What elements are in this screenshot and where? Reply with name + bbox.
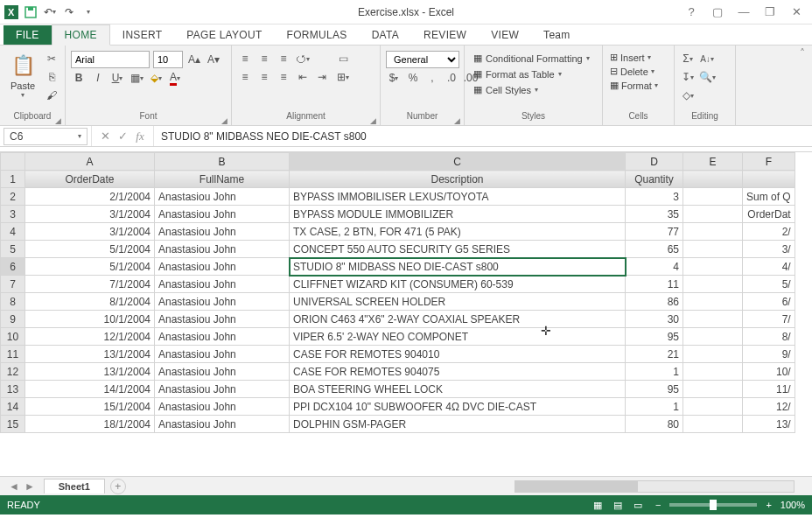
save-icon[interactable] <box>23 4 38 20</box>
tab-file[interactable]: FILE <box>4 25 52 45</box>
cell[interactable] <box>683 258 743 276</box>
cell[interactable]: Anastasiou John <box>155 328 290 346</box>
sheet-nav-next-icon[interactable]: ► <box>24 480 35 493</box>
page-break-view-icon[interactable]: ▭ <box>629 500 647 511</box>
cell[interactable]: 30 <box>626 311 683 328</box>
row-header-11[interactable]: 11 <box>1 346 25 363</box>
tab-data[interactable]: DATA <box>360 25 411 45</box>
cell[interactable]: CASE FOR REMOTES 904010 <box>290 346 626 363</box>
paste-button[interactable]: 📋 Paste ▾ <box>5 47 40 99</box>
col-header-B[interactable]: B <box>155 153 290 171</box>
cell[interactable]: 1 <box>626 363 683 381</box>
row-header-9[interactable]: 9 <box>1 311 25 328</box>
cell[interactable]: 21 <box>626 346 683 363</box>
cell-styles-button[interactable]: ▦Cell Styles▾ <box>470 82 593 97</box>
select-all-corner[interactable] <box>1 153 25 171</box>
cell[interactable]: PPI DCX104 10" SUBWOOFER 4Ω DVC DIE-CAST <box>290 398 626 416</box>
header-cell[interactable] <box>743 171 795 188</box>
merge-center-button[interactable]: ⊞▾ <box>333 69 353 85</box>
cell[interactable]: 3/ <box>743 241 795 258</box>
cut-icon[interactable]: ✂ <box>44 51 60 66</box>
tab-insert[interactable]: INSERT <box>110 25 175 45</box>
cell[interactable]: 5/ <box>743 276 795 293</box>
cell[interactable] <box>683 188 743 206</box>
italic-button[interactable]: I <box>90 70 106 86</box>
cell[interactable]: 80 <box>626 416 683 433</box>
fill-icon[interactable]: ↧▾ <box>680 69 696 85</box>
cell[interactable]: 13/ <box>743 416 795 433</box>
decrease-indent-icon[interactable]: ⇤ <box>295 69 311 85</box>
format-cells-button[interactable]: ▦Format▾ <box>608 79 660 92</box>
cell[interactable] <box>683 241 743 258</box>
cell[interactable]: 3 <box>626 188 683 206</box>
formula-input[interactable]: STUDIO 8" MIDBASS NEO DIE-CAST s800 <box>154 130 812 143</box>
cell[interactable]: 65 <box>626 241 683 258</box>
cell[interactable]: 2/ <box>743 223 795 241</box>
sheet-tab[interactable]: Sheet1 <box>44 479 105 494</box>
cell[interactable]: 11/ <box>743 381 795 398</box>
cell[interactable]: Anastasiou John <box>155 311 290 328</box>
horizontal-scrollbar[interactable] <box>126 480 812 493</box>
cell[interactable]: DOLPHIN GSM-PAGER <box>290 416 626 433</box>
sheet-nav-prev-icon[interactable]: ◄ <box>9 480 19 493</box>
row-header-15[interactable]: 15 <box>1 416 25 433</box>
name-box[interactable]: C6▾ <box>4 128 88 145</box>
cell[interactable] <box>683 416 743 433</box>
cell[interactable]: Anastasiou John <box>155 258 290 276</box>
tab-review[interactable]: REVIEW <box>411 25 479 45</box>
row-header-8[interactable]: 8 <box>1 293 25 311</box>
cell[interactable]: OrderDat <box>743 206 795 223</box>
align-left-icon[interactable]: ≡ <box>237 69 253 85</box>
row-header-6[interactable]: 6 <box>1 258 25 276</box>
cell[interactable] <box>683 346 743 363</box>
cell[interactable]: 15/1/2004 <box>25 398 155 416</box>
page-layout-view-icon[interactable]: ▤ <box>609 500 626 511</box>
tab-team[interactable]: Team <box>531 25 583 45</box>
enter-formula-icon[interactable]: ✓ <box>115 130 130 143</box>
cell[interactable]: Anastasiou John <box>155 398 290 416</box>
cell[interactable] <box>683 206 743 223</box>
row-header-2[interactable]: 2 <box>1 188 25 206</box>
increase-indent-icon[interactable]: ⇥ <box>314 69 330 85</box>
sort-filter-icon[interactable]: A↓▾ <box>699 51 715 66</box>
align-bottom-icon[interactable]: ≡ <box>276 51 291 66</box>
collapse-ribbon-icon[interactable]: ˄ <box>793 46 812 125</box>
row-header-10[interactable]: 10 <box>1 328 25 346</box>
header-cell[interactable] <box>683 171 743 188</box>
cell[interactable]: TX CASE, 2 BTN, FOR 471 (5 PAK) <box>290 223 626 241</box>
worksheet-grid[interactable]: ABCDEF1OrderDateFullNameDescriptionQuant… <box>0 152 812 476</box>
currency-icon[interactable]: $▾ <box>386 70 402 86</box>
row-header-13[interactable]: 13 <box>1 381 25 398</box>
cell[interactable] <box>683 381 743 398</box>
undo-icon[interactable]: ↶▾ <box>42 4 58 20</box>
cell[interactable] <box>683 398 743 416</box>
zoom-level[interactable]: 100% <box>780 500 805 510</box>
percent-icon[interactable]: % <box>405 70 421 86</box>
cell[interactable] <box>683 363 743 381</box>
cell[interactable]: 95 <box>626 328 683 346</box>
align-top-icon[interactable]: ≡ <box>237 51 253 66</box>
cell[interactable] <box>683 293 743 311</box>
conditional-formatting-button[interactable]: ▦Conditional Formatting▾ <box>470 51 593 66</box>
cell[interactable]: CONCEPT 550 AUTO SECURITY G5 SERIES <box>290 241 626 258</box>
cell[interactable]: Sum of Q <box>743 188 795 206</box>
cell[interactable]: UNIVERSAL SCREEN HOLDER <box>290 293 626 311</box>
border-button[interactable]: ▦▾ <box>129 70 144 86</box>
insert-cells-button[interactable]: ⊞Insert▾ <box>608 51 660 64</box>
cell[interactable]: BOA STEERING WHEEL LOCK <box>290 381 626 398</box>
cell[interactable]: 7/ <box>743 311 795 328</box>
row-header-1[interactable]: 1 <box>1 171 25 188</box>
wrap-text-button[interactable]: ▭ <box>333 51 353 66</box>
row-header-5[interactable]: 5 <box>1 241 25 258</box>
header-cell[interactable]: Description <box>290 171 626 188</box>
tab-view[interactable]: VIEW <box>479 25 531 45</box>
cell[interactable]: 12/ <box>743 398 795 416</box>
cell[interactable]: BYPASS MODULE IMMOBILIZER <box>290 206 626 223</box>
increase-decimal-icon[interactable]: .0 <box>444 70 459 86</box>
autosum-icon[interactable]: Σ▾ <box>680 51 696 66</box>
cell[interactable]: 13/1/2004 <box>25 363 155 381</box>
format-painter-icon[interactable]: 🖌 <box>44 88 60 103</box>
cell[interactable]: BYPASS IMMOBILISER LEXUS/TOYOTA <box>290 188 626 206</box>
cell[interactable]: Anastasiou John <box>155 416 290 433</box>
cell[interactable] <box>683 311 743 328</box>
